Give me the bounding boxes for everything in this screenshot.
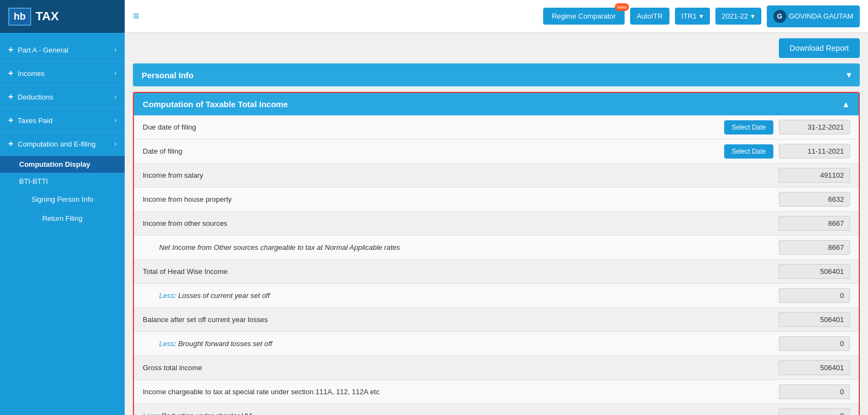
itr1-dropdown[interactable]: ITR1 ▾	[675, 8, 710, 25]
sidebar-item-label: Signing Person Info	[31, 195, 93, 203]
chevron-up-icon: ▲	[842, 100, 850, 109]
personal-info-title: Personal Info	[142, 71, 194, 80]
due-date-value: 31-12-2021	[779, 120, 850, 135]
sidebar-item-computation[interactable]: + Computation and E-filing ›	[0, 132, 125, 156]
logo: hb TAX	[0, 0, 125, 33]
other-sources-row: Income from other sources 8667	[134, 212, 859, 236]
sidebar-item-label: Return Filing	[42, 214, 83, 223]
sidebar-sub-bti-btti[interactable]: BTI-BTTI	[0, 173, 125, 190]
gross-total-row: Gross total income 506401	[134, 356, 859, 380]
less-current-year-label: Less: Losses of current year set off	[143, 291, 779, 300]
house-property-value: 6632	[779, 192, 850, 207]
auto-itr-button[interactable]: AutoITR	[630, 8, 669, 25]
less-brought-forward-value: 0	[779, 336, 850, 351]
topnav: ≡ New Regime Comparator AutoITR ITR1 ▾ 2…	[125, 0, 868, 33]
chevron-icon: ›	[114, 46, 116, 54]
download-report-button[interactable]: Download Report	[779, 38, 860, 58]
sidebar-item-return-filing[interactable]: Return Filing	[0, 209, 125, 228]
salary-row: Income from salary 491102	[134, 163, 859, 188]
chevron-down-icon: ▾	[700, 12, 703, 20]
due-date-select-button[interactable]: Select Date	[724, 120, 773, 135]
computation-header[interactable]: Computation of Taxable Total Income ▲	[134, 93, 859, 115]
less-current-year-row: Less: Losses of current year set off 0	[134, 284, 859, 308]
plus-icon: +	[8, 139, 13, 149]
less-deduction-via-label: Less: Deduction under chapter VIA	[143, 412, 779, 415]
sidebar-item-taxes-paid[interactable]: + Taxes Paid ›	[0, 109, 125, 132]
sidebar-item-incomes[interactable]: + Incomes ›	[0, 62, 125, 85]
regime-comparator-button[interactable]: New Regime Comparator	[543, 8, 625, 25]
special-rate-row: Income chargeable to tax at special rate…	[134, 380, 859, 404]
salary-label: Income from salary	[143, 171, 779, 179]
logo-text: TAX	[36, 9, 59, 24]
house-property-label: Income from house property	[143, 195, 779, 203]
logo-box: hb	[8, 8, 31, 26]
sidebar-item-part-a[interactable]: + Part A - General ›	[0, 38, 125, 62]
computation-title: Computation of Taxable Total Income	[143, 100, 288, 109]
gross-total-label: Gross total income	[143, 364, 779, 372]
total-head-wise-label: Total of Head Wise Income	[143, 267, 779, 276]
plus-icon: +	[8, 45, 13, 55]
chevron-down-icon: ▾	[847, 70, 851, 80]
chevron-down-icon: ▾	[751, 12, 755, 20]
chevron-icon: ›	[114, 93, 116, 101]
personal-info-header[interactable]: Personal Info ▾	[133, 63, 860, 86]
chevron-icon: ›	[114, 116, 116, 124]
date-filing-row: Date of filing Select Date 11-11-2021	[134, 139, 859, 163]
action-row: Download Report	[133, 38, 860, 58]
sidebar-item-signing-person[interactable]: Signing Person Info	[0, 190, 125, 209]
sidebar-nav: + Part A - General › + Incomes › + Deduc…	[0, 33, 125, 415]
plus-icon: +	[8, 92, 13, 102]
date-filing-select-button[interactable]: Select Date	[724, 144, 773, 159]
user-menu-button[interactable]: G GOVINDA GAUTAM	[767, 5, 860, 27]
sidebar-sub-computation-display[interactable]: Computation Display	[0, 156, 125, 173]
year-dropdown[interactable]: 2021-22 ▾	[715, 8, 761, 25]
user-avatar: G	[773, 10, 787, 23]
date-filing-label: Date of filing	[143, 147, 724, 155]
due-date-label: Due date of filing	[143, 123, 724, 131]
special-rate-value: 0	[779, 384, 850, 399]
plus-icon: +	[8, 115, 13, 125]
sidebar-item-label: Computation and E-filing	[18, 140, 95, 148]
balance-setoff-row: Balance after set off current year losse…	[134, 308, 859, 332]
plus-icon: +	[8, 68, 13, 78]
sidebar: hb TAX + Part A - General › + Incomes › …	[0, 0, 125, 415]
computation-panel: Computation of Taxable Total Income ▲ Du…	[133, 92, 860, 415]
net-other-sources-row: Net Income from Other sources chargeable…	[134, 236, 859, 260]
salary-value: 491102	[779, 168, 850, 183]
less-brought-forward-label: Less: Brought forward losses set off	[143, 340, 779, 348]
total-head-wise-value: 506401	[779, 264, 850, 279]
chevron-icon: ›	[114, 140, 116, 148]
other-sources-label: Income from other sources	[143, 219, 779, 227]
sidebar-item-label: Deductions	[18, 93, 53, 101]
sidebar-sub-label: Computation Display	[19, 160, 90, 168]
sidebar-item-label: Incomes	[18, 69, 44, 78]
hamburger-icon[interactable]: ≡	[133, 10, 139, 22]
special-rate-label: Income chargeable to tax at special rate…	[143, 388, 779, 396]
balance-setoff-label: Balance after set off current year losse…	[143, 315, 779, 324]
less-brought-forward-row: Less: Brought forward losses set off 0	[134, 332, 859, 356]
total-head-wise-row: Total of Head Wise Income 506401	[134, 260, 859, 284]
balance-setoff-value: 506401	[779, 312, 850, 327]
sidebar-item-label: Part A - General	[18, 46, 68, 54]
chevron-icon: ›	[114, 69, 116, 77]
date-filing-value: 11-11-2021	[779, 144, 850, 159]
other-sources-value: 8667	[779, 216, 850, 231]
less-deduction-via-row: Less: Deduction under chapter VIA 0	[134, 404, 859, 415]
net-other-sources-label: Net Income from Other sources chargeable…	[143, 243, 779, 252]
main-content: ≡ New Regime Comparator AutoITR ITR1 ▾ 2…	[125, 0, 868, 415]
sidebar-item-deductions[interactable]: + Deductions ›	[0, 85, 125, 109]
sidebar-sub-label: BTI-BTTI	[19, 177, 48, 185]
gross-total-value: 506401	[779, 360, 850, 375]
page-body: Download Report Personal Info ▾ Computat…	[125, 33, 868, 415]
less-deduction-via-value: 0	[779, 408, 850, 415]
new-badge: New	[615, 3, 629, 11]
net-other-sources-value: 8667	[779, 240, 850, 255]
house-property-row: Income from house property 6632	[134, 188, 859, 212]
due-date-row: Due date of filing Select Date 31-12-202…	[134, 115, 859, 139]
user-name: GOVINDA GAUTAM	[789, 12, 854, 20]
less-current-year-value: 0	[779, 288, 850, 303]
personal-info-panel: Personal Info ▾	[133, 63, 860, 86]
sidebar-item-label: Taxes Paid	[18, 116, 53, 125]
